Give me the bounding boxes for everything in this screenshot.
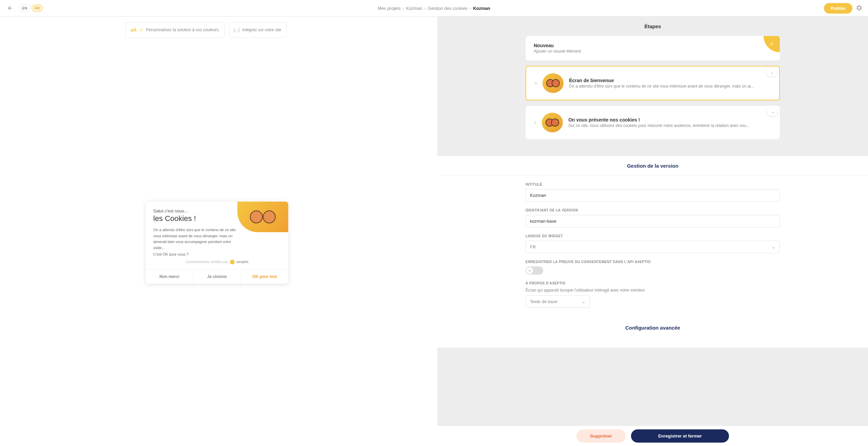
gear-icon[interactable] bbox=[856, 4, 863, 12]
chevron-down-icon: ⌄ bbox=[582, 299, 586, 304]
step-avatar bbox=[542, 113, 563, 132]
widget-choose-button[interactable]: Je choisis bbox=[193, 270, 241, 284]
customize-card[interactable]: aA Personnalisez la solution à vos coule… bbox=[125, 22, 225, 38]
delete-button[interactable]: Supprimer bbox=[576, 429, 626, 443]
plus-icon[interactable]: + bbox=[764, 36, 780, 52]
integrate-label: Intégrez sur votre site bbox=[242, 27, 281, 32]
widget-no-button[interactable]: Non merci bbox=[146, 270, 193, 284]
toggle-consent[interactable]: ✕ bbox=[526, 266, 543, 275]
close-icon: ✕ bbox=[526, 267, 533, 274]
arrow-right-icon[interactable]: → bbox=[767, 108, 778, 116]
crumb-current: Kozman bbox=[473, 6, 490, 11]
step-card-new[interactable]: Nouveau Ajouter un nouvel élément + bbox=[526, 36, 780, 60]
input-intitule[interactable] bbox=[526, 189, 780, 202]
step-cookies-desc: Sur ce site, nous utilisons des cookies … bbox=[568, 123, 749, 128]
drag-handle-icon[interactable]: ≡ bbox=[534, 80, 537, 86]
config-panel: Étapes Nouveau Ajouter un nouvel élément… bbox=[437, 17, 868, 446]
label-intitule: Intitulé bbox=[526, 183, 780, 186]
arrow-right-icon[interactable]: → bbox=[766, 69, 777, 77]
crumb-kozman[interactable]: Kozman bbox=[406, 6, 422, 11]
breadcrumb: Mes projets › Kozman › Gestion des cooki… bbox=[378, 6, 490, 11]
step-welcome-title: Écran de bienvenue bbox=[569, 78, 754, 83]
sublabel-about: Écran qui apparaît lorsque l'utilisateur… bbox=[526, 288, 780, 293]
lang-fr[interactable]: FR bbox=[32, 4, 43, 12]
preview-panel: aA Personnalisez la solution à vos coule… bbox=[0, 17, 437, 446]
input-identifier[interactable] bbox=[526, 215, 780, 227]
label-consent: Enregistrer la preuve du consentement da… bbox=[526, 260, 780, 264]
step-new-desc: Ajouter un nouvel élément bbox=[534, 49, 581, 54]
step-cookies-title: On vous présente nos cookies ! bbox=[568, 117, 749, 123]
step-card-cookies[interactable]: ≡ On vous présente nos cookies ! Sur ce … bbox=[526, 106, 780, 139]
topbar: EN FR Mes projets › Kozman › Gestion des… bbox=[0, 0, 868, 17]
chevron-right-icon: › bbox=[470, 6, 471, 11]
step-avatar bbox=[542, 73, 564, 93]
widget-text: On a attendu d'être sûrs que le contenu … bbox=[153, 227, 236, 251]
step-card-welcome[interactable]: ≡ Écran de bienvenue On a attendu d'être… bbox=[526, 66, 780, 100]
chevron-right-icon: › bbox=[424, 6, 426, 11]
widget-illustration bbox=[237, 202, 288, 232]
widget-ok-button[interactable]: OK pour moi bbox=[241, 270, 288, 284]
publish-button[interactable]: Publier bbox=[824, 3, 852, 14]
integrate-card[interactable]: [...] Intégrez sur votre site bbox=[229, 22, 287, 38]
label-identifier: Identifiant de la version bbox=[526, 208, 780, 212]
save-close-button[interactable]: Enregistrer et fermer bbox=[631, 429, 729, 443]
steps-title: Étapes bbox=[437, 17, 868, 36]
typography-icon: aA bbox=[131, 27, 137, 33]
customize-label: Personnalisez la solution à vos couleurs… bbox=[146, 27, 220, 32]
footer-bar: Supprimer Enregistrer et fermer bbox=[437, 426, 868, 446]
code-icon: [...] bbox=[234, 27, 240, 32]
lang-en[interactable]: EN bbox=[19, 4, 30, 12]
select-about[interactable]: Texte de base ⌄ bbox=[526, 295, 590, 308]
drag-handle-icon[interactable]: ≡ bbox=[534, 120, 536, 125]
select-lang[interactable]: FR ⌄ bbox=[526, 241, 780, 253]
step-new-title: Nouveau bbox=[534, 43, 581, 48]
label-about: À propos d'Axeptio bbox=[526, 281, 780, 285]
back-button[interactable] bbox=[5, 3, 15, 13]
crumb-projects[interactable]: Mes projets bbox=[378, 6, 400, 11]
axeptio-logo-icon bbox=[230, 260, 235, 264]
chevron-down-icon: ⌄ bbox=[772, 244, 775, 249]
widget-certification: Consentements certifiés par axeptio bbox=[153, 260, 281, 264]
brush-icon bbox=[139, 28, 143, 32]
cookie-widget-preview: Salut c'est nous... les Cookies ! On a a… bbox=[146, 202, 288, 284]
step-welcome-desc: On a attendu d'être sûrs que le contenu … bbox=[569, 84, 754, 89]
label-lang: Langue du widget bbox=[526, 234, 780, 238]
lang-switcher: EN FR bbox=[19, 4, 43, 12]
chevron-right-icon: › bbox=[402, 6, 404, 11]
config-advanced-title: Configuration avancée bbox=[437, 315, 868, 334]
widget-question: C'est OK pour vous ? bbox=[153, 252, 281, 256]
crumb-cookies[interactable]: Gestion des cookies bbox=[428, 6, 468, 11]
version-title: Gestion de la version bbox=[437, 156, 868, 176]
